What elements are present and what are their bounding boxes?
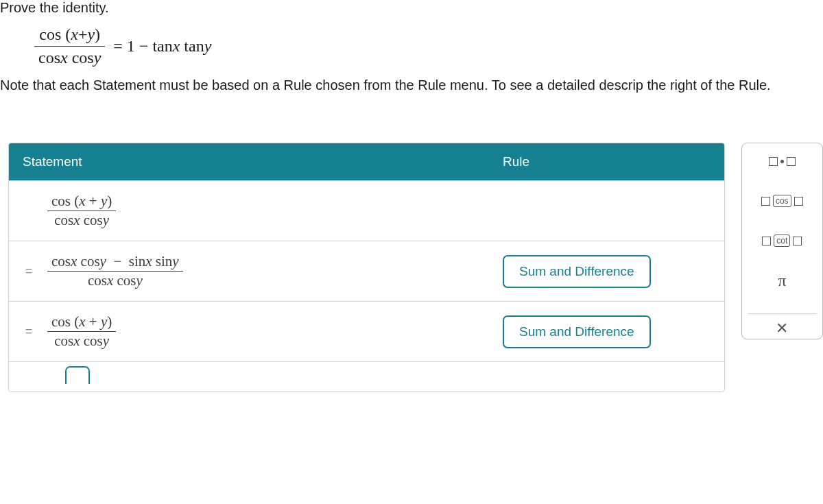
placeholder-box-icon: [787, 157, 796, 166]
table-row: [9, 361, 724, 392]
equals-sign: =: [23, 324, 35, 339]
identity-expression: cos (x+y) cosx cosy = 1 − tanx tany: [0, 23, 823, 74]
header-statement: Statement: [9, 143, 489, 180]
placeholder-box-icon: [762, 237, 771, 245]
close-icon[interactable]: ✕: [776, 321, 788, 336]
instruction-note: Note that each Statement must be based o…: [0, 74, 823, 101]
placeholder-box-icon: [793, 237, 802, 245]
rule-menu-panel: cos cot π ✕: [741, 143, 823, 339]
statement-expression[interactable]: cos (x + y) cosx cosy: [47, 315, 116, 348]
proof-table: Statement Rule cos (x + y) cosx cosy =: [8, 143, 725, 392]
table-row: cos (x + y) cosx cosy: [9, 180, 724, 241]
table-row: = cosx cosy − sinx siny cosx cosy Sum an…: [9, 241, 724, 301]
equals-sign: =: [23, 264, 35, 278]
rule-selector[interactable]: Sum and Difference: [503, 315, 651, 348]
placeholder-box-icon: [761, 197, 770, 206]
trig-cot-button[interactable]: cot: [748, 231, 817, 250]
rule-selector[interactable]: Sum and Difference: [503, 255, 651, 288]
statement-expression[interactable]: cos (x + y) cosx cosy: [47, 194, 116, 228]
pi-button[interactable]: π: [748, 271, 817, 290]
header-rule: Rule: [489, 143, 724, 180]
table-header-row: Statement Rule: [9, 143, 724, 180]
problem-prompt: Prove the identity.: [0, 0, 823, 23]
trig-cos-button[interactable]: cos: [748, 191, 817, 211]
table-row: = cos (x + y) cosx cosy Sum and Differen…: [9, 301, 724, 361]
placeholder-box-icon: [769, 157, 778, 166]
operator-box-dot-box[interactable]: [748, 152, 817, 171]
statement-expression[interactable]: cosx cosy − sinx siny cosx cosy: [47, 254, 183, 288]
dot-icon: [780, 160, 784, 163]
placeholder-box-icon: [794, 197, 803, 206]
cos-label: cos: [773, 195, 791, 207]
cot-label: cot: [774, 235, 790, 247]
rule-cell[interactable]: [489, 202, 724, 221]
rule-selector-stub[interactable]: [65, 366, 90, 384]
